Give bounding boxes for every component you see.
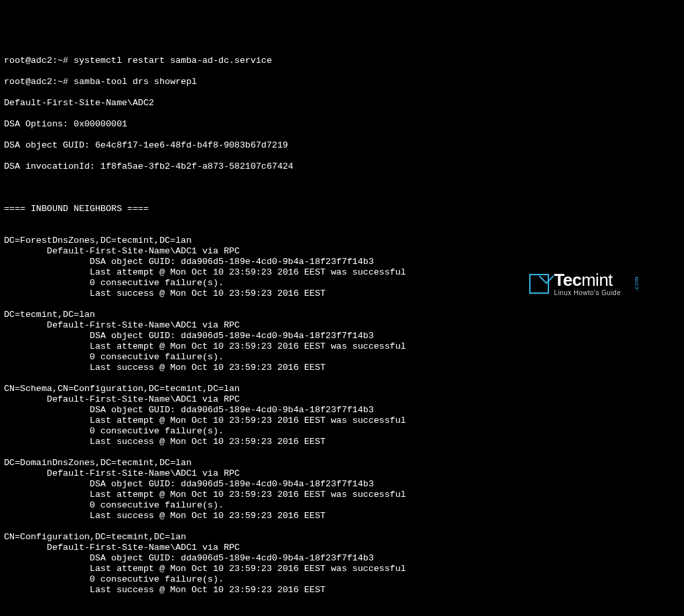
section-header: ==== INBOUND NEIGHBORS ==== — [4, 204, 680, 214]
output-line: Default-First-Site-Name\ADC1 via RPC — [4, 394, 680, 405]
blank-line — [4, 447, 680, 458]
output-line: CN=Configuration,DC=tecmint,DC=lan — [4, 532, 680, 543]
output-line: DSA object GUID: dda906d5-189e-4cd0-9b4a… — [4, 257, 680, 267]
blank-line — [4, 521, 680, 532]
blank-line — [4, 606, 680, 616]
command: samba-tool drs showrepl — [73, 77, 196, 87]
blank-line — [4, 183, 680, 193]
output-line: Default-First-Site-Name\ADC1 via RPC — [4, 246, 680, 257]
shell-prompt: root@adc2:~# — [4, 56, 73, 66]
command: systemctl restart samba-ad-dc.service — [73, 56, 272, 66]
blank-line — [4, 373, 680, 384]
output-line: DSA object GUID: dda906d5-189e-4cd0-9b4a… — [4, 479, 680, 490]
output-line: DSA Options: 0x00000001 — [4, 119, 680, 130]
output-line: Default-First-Site-Name\ADC1 via RPC — [4, 468, 680, 479]
shell-prompt: root@adc2:~# — [4, 77, 73, 87]
output-line: DC=ForestDnsZones,DC=tecmint,DC=lan — [4, 236, 680, 246]
output-line: 0 consecutive failure(s). — [4, 500, 680, 511]
prompt-line: root@adc2:~# systemctl restart samba-ad-… — [4, 56, 680, 66]
terminal-output[interactable]: root@adc2:~# systemctl restart samba-ad-… — [4, 45, 680, 616]
output-line: Default-First-Site-Name\ADC2 — [4, 98, 680, 109]
output-line: Last attempt @ Mon Oct 10 23:59:23 2016 … — [4, 267, 680, 278]
output-line: DSA object GUID: 6e4c8f17-1ee6-48fd-b4f8… — [4, 140, 680, 151]
output-line: DSA invocationId: 1f8fa5ae-3fb2-4b2f-a87… — [4, 161, 680, 172]
output-line: DSA object GUID: dda906d5-189e-4cd0-9b4a… — [4, 405, 680, 416]
output-line: Last attempt @ Mon Oct 10 23:59:23 2016 … — [4, 490, 680, 500]
output-line: Default-First-Site-Name\ADC1 via RPC — [4, 320, 680, 331]
output-line: 0 consecutive failure(s). — [4, 426, 680, 437]
output-line: DC=DomainDnsZones,DC=tecmint,DC=lan — [4, 458, 680, 468]
output-line: Last success @ Mon Oct 10 23:59:23 2016 … — [4, 363, 680, 373]
output-line: 0 consecutive failure(s). — [4, 352, 680, 363]
output-line: 0 consecutive failure(s). — [4, 278, 680, 288]
output-line: Default-First-Site-Name\ADC1 via RPC — [4, 543, 680, 553]
output-line: DC=tecmint,DC=lan — [4, 310, 680, 320]
output-line: Last success @ Mon Oct 10 23:59:23 2016 … — [4, 288, 680, 299]
output-line: Last success @ Mon Oct 10 23:59:23 2016 … — [4, 585, 680, 595]
output-line: DSA object GUID: dda906d5-189e-4cd0-9b4a… — [4, 331, 680, 341]
prompt-line: root@adc2:~# samba-tool drs showrepl — [4, 77, 680, 87]
output-line: Last attempt @ Mon Oct 10 23:59:23 2016 … — [4, 564, 680, 574]
output-line: Last success @ Mon Oct 10 23:59:23 2016 … — [4, 437, 680, 447]
blank-line — [4, 299, 680, 310]
output-line: Last success @ Mon Oct 10 23:59:23 2016 … — [4, 511, 680, 521]
output-line: 0 consecutive failure(s). — [4, 574, 680, 585]
output-line: Last attempt @ Mon Oct 10 23:59:23 2016 … — [4, 341, 680, 352]
output-line: CN=Schema,CN=Configuration,DC=tecmint,DC… — [4, 384, 680, 394]
output-line: DSA object GUID: dda906d5-189e-4cd0-9b4a… — [4, 553, 680, 564]
blank-line — [4, 225, 680, 236]
output-line: Last attempt @ Mon Oct 10 23:59:23 2016 … — [4, 416, 680, 426]
